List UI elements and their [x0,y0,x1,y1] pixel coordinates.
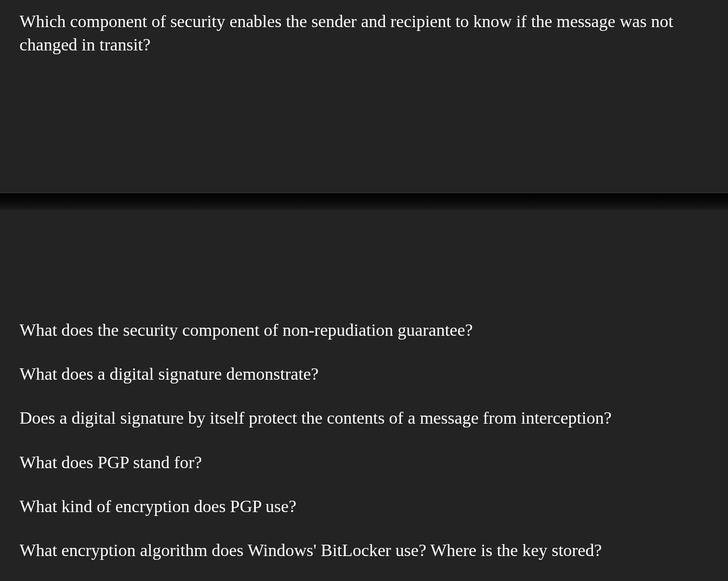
top-question-section: Which component of security enables the … [0,0,728,193]
question-text: What does the security component of non-… [20,318,708,342]
question-text: Does a digital signature by itself prote… [20,406,708,430]
question-text: What does PGP stand for? [20,451,708,474]
question-text: What encryption algorithm does Windows' … [20,539,708,562]
question-list-section: What does the security component of non-… [0,210,728,562]
question-text: What kind of encryption does PGP use? [20,495,708,518]
question-text: What does a digital signature demonstrat… [20,362,708,386]
section-divider [0,193,728,210]
featured-question: Which component of security enables the … [20,10,708,56]
